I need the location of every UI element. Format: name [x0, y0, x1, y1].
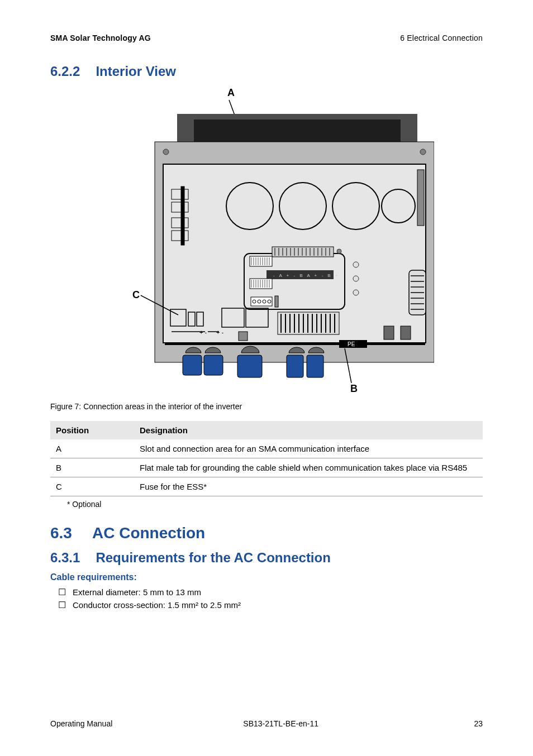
cell-position: A — [50, 439, 134, 458]
footer-left: Operating Manual — [50, 719, 112, 728]
heading-6-3-1: 6.3.1Requirements for the AC Connection — [50, 550, 483, 566]
heading-title: Requirements for the AC Connection — [96, 550, 330, 565]
svg-rect-103 — [287, 355, 303, 377]
header-right: 6 Electrical Connection — [400, 34, 483, 42]
svg-rect-87 — [239, 332, 248, 341]
figure-label-a: A — [227, 87, 235, 98]
svg-rect-11 — [417, 170, 424, 226]
svg-point-59 — [353, 290, 359, 295]
inverter-diagram: A — [99, 86, 434, 393]
figure-label-b: B — [350, 383, 358, 393]
footer-page-number: 23 — [449, 719, 483, 728]
heading-number: 6.3.1 — [50, 550, 80, 565]
svg-text:+  -: + - — [199, 329, 207, 336]
heading-6-2-2: 6.2.2Interior View — [50, 64, 483, 79]
page-footer: Operating Manual SB13-21TL-BE-en-11 23 — [50, 719, 483, 728]
list-item: External diameter: 5 mm to 13 mm — [58, 587, 483, 597]
svg-rect-100 — [183, 355, 202, 375]
table-row: B Flat male tab for grounding the cable … — [50, 458, 483, 477]
footer-center: SB13-21TL-BE-en-11 — [243, 719, 318, 728]
table-row: A Slot and connection area for an SMA co… — [50, 439, 483, 458]
svg-text:- A + - B A + - B +: - A + - B A + - B + — [273, 273, 340, 278]
list-item: Conductor cross-section: 1.5 mm² to 2.5 … — [58, 600, 483, 610]
heading-number: 6.3 — [50, 524, 72, 542]
cell-position: C — [50, 477, 134, 496]
svg-point-4 — [163, 149, 169, 155]
svg-rect-60 — [251, 297, 272, 306]
svg-text:+  -: + - — [216, 329, 223, 336]
heading-6-3: 6.3AC Connection — [50, 524, 483, 542]
svg-point-58 — [353, 276, 359, 281]
svg-rect-101 — [204, 355, 223, 375]
heading-title: AC Connection — [92, 524, 205, 542]
cable-requirements-heading: Cable requirements: — [50, 572, 483, 582]
svg-point-34 — [337, 249, 341, 253]
svg-rect-98 — [165, 343, 425, 345]
figure-interior-view: A — [50, 86, 483, 393]
designation-table: Position Designation A Slot and connecti… — [50, 421, 483, 496]
svg-point-5 — [420, 149, 426, 155]
header-left: SMA Solar Technology AG — [50, 34, 151, 42]
svg-rect-97 — [401, 326, 411, 339]
svg-rect-104 — [307, 355, 323, 377]
figure-label-c: C — [132, 289, 140, 300]
heading-number: 6.2.2 — [50, 64, 80, 79]
table-footnote: * Optional — [67, 500, 483, 509]
svg-rect-65 — [275, 296, 278, 307]
svg-rect-96 — [384, 326, 394, 339]
pe-label: PE — [348, 341, 355, 347]
svg-rect-18 — [272, 247, 334, 257]
header-bar: SMA Solar Technology AG 6 Electrical Con… — [50, 34, 483, 42]
table-row: C Fuse for the ESS* — [50, 477, 483, 496]
figure-caption: Figure 7: Connection areas in the interi… — [50, 402, 483, 411]
svg-point-57 — [353, 262, 359, 267]
svg-rect-102 — [237, 355, 262, 377]
cell-designation: Fuse for the ESS* — [134, 477, 483, 496]
cell-designation: Slot and connection area for an SMA comm… — [134, 439, 483, 458]
svg-rect-47 — [250, 279, 272, 289]
svg-rect-16 — [181, 186, 184, 245]
cell-designation: Flat male tab for grounding the cable sh… — [134, 458, 483, 477]
table-header-designation: Designation — [134, 421, 483, 439]
cell-position: B — [50, 458, 134, 477]
cable-requirements-list: External diameter: 5 mm to 13 mm Conduct… — [50, 587, 483, 610]
svg-rect-35 — [250, 256, 272, 266]
svg-rect-2 — [194, 119, 401, 142]
heading-title: Interior View — [96, 64, 176, 79]
table-header-position: Position — [50, 421, 134, 439]
